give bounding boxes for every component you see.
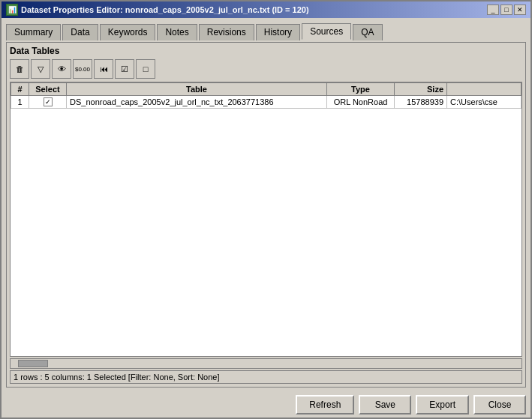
minimize-button[interactable]: _ [487,4,499,15]
filter-button[interactable]: ▽ [31,59,50,79]
cell-size: 15788939 [395,96,447,109]
box-icon: □ [143,64,149,73]
col-header-path [447,83,521,96]
bottom-toolbar: Refresh Save Export Close [2,392,530,418]
col-header-type: Type [327,83,395,96]
title-bar: 📊 Dataset Properties Editor: nonroad_cap… [2,1,530,18]
tab-sources[interactable]: Sources [302,23,351,40]
window-body: Summary Data Keywords Notes Revisions Hi… [2,18,530,392]
view-button[interactable]: 👁 [52,59,71,79]
check-button[interactable]: ☑ [115,59,134,79]
window-close-button[interactable]: ✕ [514,4,526,15]
table-row[interactable]: 1 ✓ DS_nonroad_caps_2005v2_jul_orl_nc_tx… [11,96,521,109]
export-button[interactable]: Export [416,395,469,415]
tab-revisions[interactable]: Revisions [199,24,254,40]
dollar-icon: $0.00 [75,66,90,73]
tab-summary[interactable]: Summary [6,24,61,40]
tab-history[interactable]: History [256,24,300,40]
view-icon: 👁 [58,64,66,73]
title-controls: _ □ ✕ [487,4,526,15]
cell-table: DS_nonroad_caps_2005v2_jul_orl_nc_txt_20… [67,96,327,109]
col-header-table: Table [67,83,327,96]
cell-type: ORL NonRoad [327,96,395,109]
dollar-button[interactable]: $0.00 [73,59,92,79]
filter-icon: ▽ [38,64,44,74]
close-button[interactable]: Close [473,395,526,415]
box-button[interactable]: □ [136,59,155,79]
status-bar: 1 rows : 5 columns: 1 Selected [Filter: … [10,370,522,384]
data-table: # Select Table Type Size 1 [11,82,521,109]
tab-data[interactable]: Data [62,24,98,40]
cell-select[interactable]: ✓ [29,96,67,109]
content-area: Data Tables 🗑 ▽ 👁 $0.00 ⏮ [6,42,526,388]
col-header-select: Select [29,83,67,96]
main-window: 📊 Dataset Properties Editor: nonroad_cap… [0,0,532,419]
save-button[interactable]: Save [359,395,411,415]
scrollbar-thumb[interactable] [18,360,48,367]
tab-qa[interactable]: QA [353,24,382,40]
check-icon: ☑ [121,64,128,74]
data-toolbar: 🗑 ▽ 👁 $0.00 ⏮ ☑ □ [10,59,522,79]
first-button[interactable]: ⏮ [94,59,113,79]
tab-notes[interactable]: Notes [157,24,197,40]
data-table-container[interactable]: # Select Table Type Size 1 [10,82,522,357]
delete-icon: 🗑 [16,64,24,73]
status-text: 1 rows : 5 columns: 1 Selected [Filter: … [14,373,220,382]
col-header-num: # [11,83,29,96]
tab-keywords[interactable]: Keywords [100,24,156,40]
section-label: Data Tables [10,46,522,56]
app-icon: 📊 [6,4,18,16]
cell-path: C:\Users\cse [447,96,521,109]
table-header-row: # Select Table Type Size [11,83,521,96]
first-icon: ⏮ [100,64,108,73]
maximize-button[interactable]: □ [500,4,512,15]
tab-bar: Summary Data Keywords Notes Revisions Hi… [6,22,526,39]
refresh-button[interactable]: Refresh [296,395,354,415]
row-checkbox[interactable]: ✓ [44,97,53,106]
delete-button[interactable]: 🗑 [10,59,29,79]
window-title: Dataset Properties Editor: nonroad_caps_… [21,5,309,14]
title-bar-left: 📊 Dataset Properties Editor: nonroad_cap… [6,4,309,16]
col-header-size: Size [395,83,447,96]
cell-num: 1 [11,96,29,109]
horizontal-scrollbar[interactable] [10,358,522,369]
